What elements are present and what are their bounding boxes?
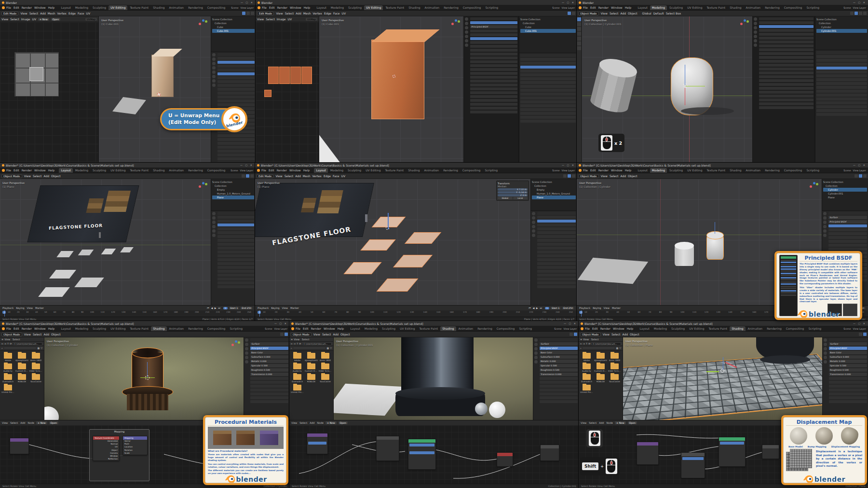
app-menu-2[interactable]: Render: [598, 6, 609, 9]
shader-row[interactable]: Principled BSDF: [540, 347, 578, 350]
browser-menu-1[interactable]: Select: [591, 338, 598, 341]
mode-dropdown[interactable]: Object Mode: [580, 333, 601, 336]
search-icon[interactable]: ⌕: [291, 347, 292, 350]
workspace-tab-0[interactable]: Layout: [59, 5, 72, 10]
app-menu-2[interactable]: Render: [22, 168, 32, 172]
workspace-tab-6[interactable]: Animation: [744, 168, 763, 173]
filter-icon[interactable]: ▽: [41, 347, 42, 349]
proportional-edit-icon[interactable]: [246, 12, 250, 15]
workspace-tab-3[interactable]: UV Editing: [108, 326, 127, 331]
editor-menu-2[interactable]: Add: [296, 12, 301, 15]
editor-menu-7[interactable]: UV: [342, 12, 346, 15]
item-9[interactable]: Unreal Project: [1, 385, 14, 393]
hamburger-icon[interactable]: ≡: [1, 338, 3, 341]
timeline-menu-2[interactable]: View: [282, 307, 288, 309]
material-property-row-1[interactable]: Subsurface 0.000: [829, 355, 867, 359]
shading-solid-icon[interactable]: [570, 333, 573, 336]
timeline-menu-2[interactable]: View: [27, 307, 33, 309]
outliner-item-2[interactable]: Cube: [212, 25, 255, 29]
workspace-tab-0[interactable]: Layout: [636, 168, 649, 173]
workspace-tab-7[interactable]: Rendering: [763, 168, 782, 173]
timeline-menu-3[interactable]: Marker: [290, 307, 299, 309]
shading-solid-icon[interactable]: [280, 333, 284, 336]
blender-logo-icon[interactable]: [291, 327, 294, 330]
outliner-item-4[interactable]: Plane: [212, 195, 254, 199]
workspace-tab-1[interactable]: Modeling: [329, 5, 346, 10]
blender-logo-icon[interactable]: [2, 169, 5, 172]
timeline-menu-0[interactable]: Playback: [2, 307, 14, 309]
node-row-4[interactable]: Scale: [123, 452, 147, 455]
workspace-tab-8[interactable]: Compositing: [205, 326, 228, 331]
uv-menu-2[interactable]: Image: [277, 17, 286, 21]
window-controls[interactable]: — ▢ ✕: [853, 322, 866, 325]
app-menu-3[interactable]: Window: [611, 6, 623, 9]
item-1[interactable]: AJosephsens: [15, 353, 28, 362]
workspace-tab-8[interactable]: Compositing: [461, 168, 483, 173]
material-property-row-3[interactable]: Specular 0.500: [829, 364, 867, 367]
shading-solid-icon[interactable]: [246, 174, 249, 178]
material-property-row-0[interactable]: Base Color: [829, 351, 867, 354]
window-titlebar[interactable]: Blender— ▢ ✕: [0, 0, 256, 5]
material-property-row-4[interactable]: Roughness 0.500: [829, 368, 867, 372]
workspace-tab-0[interactable]: Layout: [314, 5, 328, 10]
texture-coordinate-node[interactable]: Texture Coordinate GeneratedNormalUVObje…: [93, 436, 120, 461]
snap-icon[interactable]: [850, 12, 854, 15]
properties-tab-icons[interactable]: [532, 212, 536, 304]
principled-node[interactable]: [719, 437, 746, 467]
app-menu-1[interactable]: Edit: [590, 168, 596, 172]
node-generic[interactable]: [497, 452, 513, 467]
blender-logo-icon[interactable]: [257, 169, 260, 172]
window-titlebar[interactable]: Blender* [C:\Users\User\Desktop\3DWork\C…: [289, 321, 579, 326]
mode-dropdown[interactable]: Object Mode: [1, 333, 22, 336]
workspace-tab-5[interactable]: Shading: [151, 326, 166, 331]
workspace-tab-8[interactable]: Compositing: [205, 168, 228, 173]
viewport-3d[interactable]: User Perspective(1) Plane FLAGSTONE FLOO…: [0, 179, 211, 305]
workspace-tab-5[interactable]: Shading: [440, 326, 456, 331]
end-frame-field[interactable]: End 250: [240, 307, 253, 309]
item-0[interactable]: Adobe: [291, 353, 304, 362]
image-open-button[interactable]: Open: [51, 18, 60, 21]
editor-menu-2[interactable]: Add: [620, 12, 626, 15]
window-titlebar[interactable]: Blender* [C:\Users\User\Desktop\3DWork\C…: [577, 163, 868, 167]
node-menu-1[interactable]: Select: [299, 421, 307, 424]
use-nodes-row[interactable]: [470, 21, 517, 24]
workspace-tab-1[interactable]: Modeling: [73, 5, 90, 10]
open-material-button[interactable]: Open: [49, 421, 58, 424]
hamburger-icon[interactable]: ≡: [291, 338, 293, 341]
app-menu-2[interactable]: Render: [598, 168, 609, 172]
filter-icon[interactable]: ▽: [330, 347, 332, 349]
workspace-tab-6[interactable]: Animation: [457, 326, 475, 331]
display-mode-icon[interactable]: ▦: [37, 347, 40, 349]
playback-controls[interactable]: ⏮ ◀ ▶ ⏭: [529, 307, 542, 310]
material-property-row-3[interactable]: Specular 0.500: [250, 364, 288, 367]
outliner-item-0[interactable]: Scene Collection: [212, 17, 255, 21]
app-menu-4[interactable]: Help: [48, 327, 55, 330]
uv-menu-1[interactable]: Select: [10, 17, 19, 21]
move-gizmo-z-axis[interactable]: [388, 213, 389, 229]
workspace-tab-9[interactable]: Scripting: [804, 168, 821, 173]
snap-icon[interactable]: [854, 174, 858, 178]
window-controls[interactable]: — ▢ ✕: [853, 1, 866, 4]
workspace-tab-5[interactable]: Shading: [730, 326, 745, 331]
material-property-row-1[interactable]: Subsurface 0.000: [540, 355, 578, 359]
node-canvas[interactable]: [289, 425, 579, 484]
workspace-tab-0[interactable]: Layout: [348, 326, 362, 331]
open-material-button[interactable]: Open: [628, 421, 637, 424]
editor-menu-0[interactable]: View: [24, 174, 31, 178]
viewport-3d[interactable]: User Perspective(1) Collection | Cylinde…: [582, 16, 752, 163]
transform-space-button-1[interactable]: Local: [513, 197, 528, 199]
node-menu-3[interactable]: Node: [606, 421, 613, 424]
blender-logo-icon[interactable]: [579, 169, 582, 172]
scale-tool-icon[interactable]: [577, 37, 581, 41]
item-0[interactable]: Adobe: [1, 353, 14, 362]
node-menu-1[interactable]: Select: [589, 421, 597, 424]
editor-menu-0[interactable]: View: [601, 174, 608, 178]
app-menu-0[interactable]: File: [6, 327, 11, 330]
editor-menu-3[interactable]: Object: [51, 174, 61, 178]
item-2[interactable]: Anno 1800: [608, 353, 621, 362]
browser-menu-1[interactable]: Select: [13, 338, 20, 341]
shading-material-icon[interactable]: [863, 333, 867, 336]
search-field[interactable]: [4, 348, 37, 349]
editor-menu-0[interactable]: View: [601, 12, 608, 15]
editor-menu-2[interactable]: Add: [43, 174, 49, 178]
